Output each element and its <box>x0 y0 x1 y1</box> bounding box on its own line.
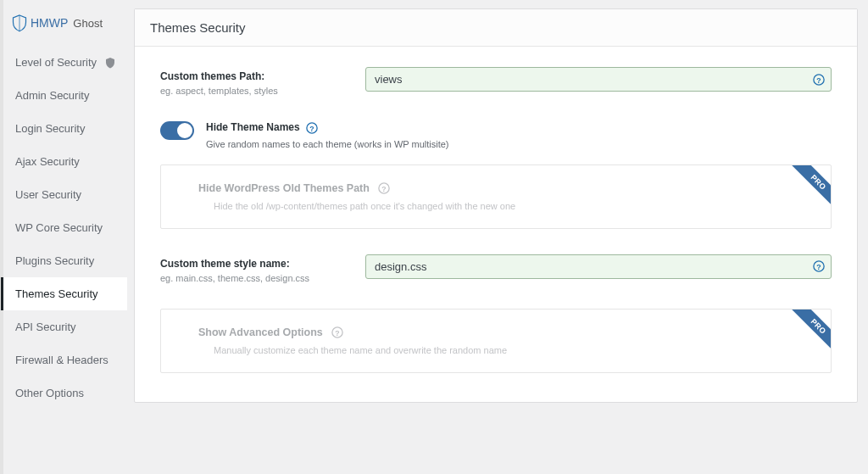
field-hint: eg. main.css, theme.css, design.css <box>160 273 355 283</box>
svg-text:?: ? <box>816 75 821 84</box>
sidebar-item-admin[interactable]: Admin Security <box>3 79 127 112</box>
sidebar-item-user[interactable]: User Security <box>3 178 127 211</box>
svg-text:?: ? <box>381 184 386 192</box>
themes-path-input[interactable] <box>365 67 832 92</box>
shield-logo-icon <box>12 14 27 32</box>
sidebar-item-label: Firewall & Headers <box>15 354 108 366</box>
toggle-hint: Give random names to each theme (works i… <box>206 139 449 149</box>
help-icon[interactable]: ? <box>813 74 825 86</box>
sidebar-item-label: Plugins Security <box>15 254 94 267</box>
sidebar-item-api[interactable]: API Security <box>3 310 127 343</box>
field-label: Custom theme style name: <box>160 258 355 270</box>
sidebar-item-plugins[interactable]: Plugins Security <box>3 244 127 277</box>
hide-theme-names-row: Hide Theme Names ? Give random names to … <box>135 121 857 165</box>
sidebar-item-label: WP Core Security <box>15 221 103 234</box>
sidebar-item-firewall[interactable]: Firewall & Headers <box>3 343 127 376</box>
brand-name: HMWP <box>31 16 68 30</box>
sidebar-item-login[interactable]: Login Security <box>3 112 127 145</box>
style-name-input[interactable] <box>365 254 832 279</box>
sidebar-item-label: User Security <box>15 188 81 201</box>
help-icon[interactable]: ? <box>813 260 825 272</box>
brand-logo: HMWP Ghost <box>3 7 127 46</box>
sidebar-item-label: Ajax Security <box>15 155 80 168</box>
shield-icon <box>105 57 115 69</box>
sidebar-item-label: Themes Security <box>15 287 98 300</box>
panel-title: Themes Security <box>135 9 857 47</box>
sidebar: HMWP Ghost Level of Security Admin Secur… <box>0 0 127 474</box>
hide-old-path-card: Hide WordPress Old Themes Path ? Hide th… <box>160 165 832 229</box>
sidebar-item-wpcore[interactable]: WP Core Security <box>3 211 127 244</box>
svg-text:?: ? <box>335 328 339 337</box>
field-hint: eg. aspect, templates, styles <box>160 86 355 96</box>
pro-hint: Hide the old /wp-content/themes path onc… <box>198 201 810 211</box>
sidebar-item-label: Login Security <box>15 122 85 135</box>
help-icon[interactable]: ? <box>306 122 318 134</box>
sidebar-item-other[interactable]: Other Options <box>3 376 127 410</box>
sidebar-item-label: Level of Security <box>15 56 97 69</box>
custom-themes-path-row: Custom themes Path: eg. aspect, template… <box>160 67 832 96</box>
svg-text:?: ? <box>816 263 821 271</box>
pro-hint: Manually customize each theme name and o… <box>198 345 810 355</box>
sidebar-item-level[interactable]: Level of Security <box>3 46 127 79</box>
sidebar-item-ajax[interactable]: Ajax Security <box>3 145 127 178</box>
help-icon: ? <box>378 182 390 194</box>
sidebar-item-themes[interactable]: Themes Security <box>1 277 127 310</box>
theme-style-name-row: Custom theme style name: eg. main.css, t… <box>160 254 832 283</box>
help-icon: ? <box>331 326 343 338</box>
toggle-label: Hide Theme Names <box>206 121 300 133</box>
brand-suffix: Ghost <box>73 17 103 30</box>
pro-label: Hide WordPress Old Themes Path <box>198 182 370 194</box>
advanced-options-card: Show Advanced Options ? Manually customi… <box>160 309 832 373</box>
sidebar-item-label: API Security <box>15 321 76 333</box>
sidebar-item-label: Other Options <box>15 387 84 399</box>
svg-text:?: ? <box>309 124 314 132</box>
sidebar-item-label: Admin Security <box>15 89 89 102</box>
pro-label: Show Advanced Options <box>198 326 323 338</box>
hide-theme-names-toggle[interactable] <box>160 121 194 140</box>
field-label: Custom themes Path: <box>160 70 355 82</box>
main-content: Themes Security Custom themes Path: eg. … <box>127 0 868 474</box>
themes-security-panel: Themes Security Custom themes Path: eg. … <box>134 8 858 403</box>
